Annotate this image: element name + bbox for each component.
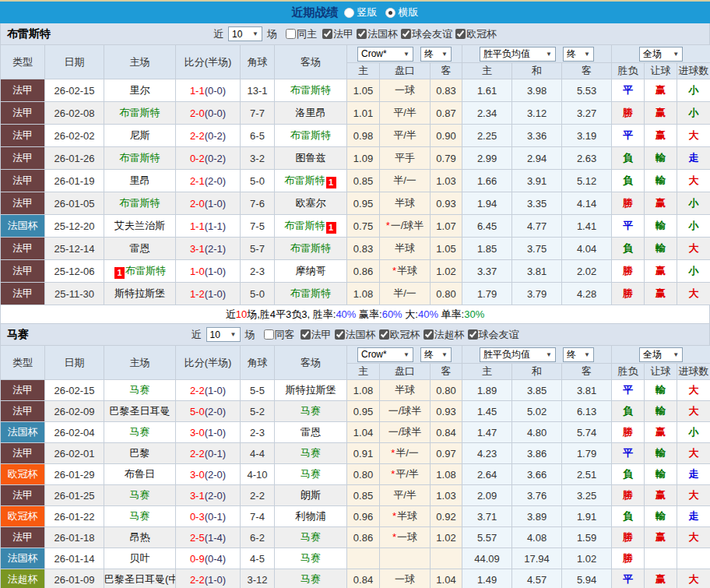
goals-result-cell: 大	[677, 238, 710, 260]
mean-draw-odds-cell: 3.35	[512, 192, 562, 215]
league-cell: 法甲	[1, 102, 45, 125]
scope-select-value: 全场	[643, 348, 662, 361]
league-filter[interactable]: 法甲	[301, 328, 332, 342]
fulltime-score: 1-2	[190, 288, 205, 300]
final-select[interactable]: 终▼	[420, 47, 452, 62]
date-cell: 26-01-14	[45, 548, 104, 569]
halftime-score: (0-0)	[205, 107, 226, 119]
date-cell: 26-02-08	[45, 102, 104, 125]
mean-home-odds-cell: 4.23	[462, 443, 512, 464]
col-crow-away: 客	[431, 364, 462, 380]
fulltime-score: 1-1	[190, 220, 205, 232]
league-checkbox[interactable]	[357, 29, 367, 39]
team-name: 布雷斯特	[285, 220, 325, 231]
crow-home-odds-cell: 0.95	[347, 401, 380, 422]
league-filter[interactable]: 法超杯	[424, 328, 465, 342]
league-checkbox[interactable]	[322, 29, 332, 39]
vertical-version-radio[interactable]: 竖版	[344, 5, 378, 19]
same-venue-checkbox[interactable]	[286, 29, 296, 39]
final-select[interactable]: 终▼	[420, 347, 452, 362]
league-cell: 法超杯	[1, 569, 45, 588]
mean-home-odds-cell: 3.37	[462, 260, 512, 283]
scope-select[interactable]: 全场▼	[639, 47, 683, 62]
fulltime-score: 0-3	[190, 511, 205, 523]
rounds-select[interactable]: 10▼	[228, 26, 262, 41]
same-venue-filter[interactable]: 同客	[264, 328, 295, 342]
halftime-score: (2-0)	[205, 175, 226, 187]
away-team-cell: 布雷斯特1	[275, 215, 347, 238]
mean-draw-odds-cell: 3.76	[512, 485, 562, 506]
crow-away-odds-cell: 0.93	[431, 401, 462, 422]
score-cell: 3-1(2-1)	[176, 238, 241, 260]
league-filter[interactable]: 球会友谊	[401, 27, 452, 41]
section-title: 布雷斯特	[7, 27, 51, 41]
same-venue-filter[interactable]: 同主	[286, 27, 317, 41]
radio-icon	[344, 8, 354, 18]
mean-home-odds-cell: 1.79	[462, 283, 512, 305]
mean-select[interactable]: 胜平负均值▼	[480, 347, 556, 362]
league-checkbox[interactable]	[335, 329, 345, 340]
mean-select[interactable]: 胜平负均值▼	[480, 47, 556, 62]
rounds-value: 10	[210, 329, 220, 340]
league-checkbox[interactable]	[301, 329, 311, 340]
match-row: 法甲26-01-05布雷斯特2-0(1-0)7-6欧塞尔0.95半球0.931.…	[1, 192, 710, 215]
crow-away-odds-cell: 0.79	[431, 147, 462, 170]
league-filter[interactable]: 欧冠杯	[379, 328, 420, 342]
home-team-cell: 雷恩	[104, 238, 176, 260]
halftime-score: (2-0)	[205, 406, 226, 417]
score-cell: 2-5(1-4)	[176, 527, 241, 548]
results-table: 类型 日期 主场 比分(半场) 角球 客场 Crow*▼ 终▼ 胜平负均	[0, 44, 710, 305]
league-filter[interactable]: 欧冠杯	[455, 27, 497, 41]
team-name: 布鲁日	[125, 468, 155, 480]
team-name: 马赛	[301, 531, 321, 543]
goals-result-cell: 大	[677, 527, 710, 548]
handicap-cell: 半球	[380, 380, 431, 401]
mean-home-odds-cell: 1.85	[462, 238, 512, 260]
crow-home-odds-cell: 0.95	[347, 192, 380, 215]
league-checkbox[interactable]	[379, 329, 389, 340]
wdl-result-cell: 負	[612, 238, 645, 260]
league-filter[interactable]: 法甲	[322, 27, 353, 41]
home-team-cell: 贝叶	[104, 548, 176, 569]
team-name: 马赛	[301, 447, 321, 459]
league-cell: 法国杯	[1, 548, 45, 569]
fulltime-score: 2-2	[190, 448, 205, 459]
halftime-score: (1-0)	[205, 574, 226, 586]
same-venue-checkbox[interactable]	[264, 329, 274, 340]
team-name: 斯特拉斯堡	[114, 287, 165, 299]
company-select[interactable]: Crow*▼	[357, 47, 413, 62]
league-checkbox[interactable]	[401, 29, 411, 39]
chevron-down-icon: ▼	[546, 51, 552, 58]
goals-result-cell: 大	[677, 443, 710, 464]
team-name: 利物浦	[296, 510, 326, 522]
final-select-2[interactable]: 终▼	[563, 47, 594, 62]
league-checkbox[interactable]	[424, 329, 434, 340]
crow-home-odds-cell: 1.01	[347, 102, 380, 125]
star-icon: *	[392, 265, 396, 276]
summary-text: 40%	[418, 308, 438, 320]
summary-text: 近	[226, 308, 236, 322]
crow-home-odds-cell: 0.91	[347, 443, 380, 464]
mean-away-odds-cell: 3.25	[562, 485, 612, 506]
company-select[interactable]: Crow*▼	[357, 347, 413, 362]
crow-home-odds-cell: 1.04	[347, 422, 380, 443]
league-filter[interactable]: 法国杯	[335, 328, 376, 342]
team-name: 布雷斯特	[120, 152, 160, 164]
league-cell: 法甲	[1, 260, 45, 283]
mean-draw-odds-cell: 3.12	[512, 102, 562, 125]
crow-home-odds-cell: 0.83	[347, 238, 380, 260]
corner-cell: 5-5	[241, 380, 275, 401]
league-filter[interactable]: 球会友谊	[468, 328, 519, 342]
away-team-cell: 马赛	[275, 401, 347, 422]
rounds-select[interactable]: 10▼	[206, 327, 241, 342]
league-checkbox[interactable]	[468, 329, 478, 340]
col-date: 日期	[45, 346, 104, 380]
league-filter[interactable]: 法国杯	[357, 27, 398, 41]
away-team-cell: 布雷斯特1	[275, 170, 347, 192]
league-checkbox[interactable]	[455, 29, 466, 39]
summary-text: 30%	[464, 308, 484, 320]
scope-select[interactable]: 全场▼	[639, 347, 683, 362]
final-select-2[interactable]: 终▼	[563, 347, 594, 362]
score-cell: 2-2(0-2)	[176, 125, 241, 147]
horizontal-version-radio[interactable]: 横版	[385, 5, 419, 19]
